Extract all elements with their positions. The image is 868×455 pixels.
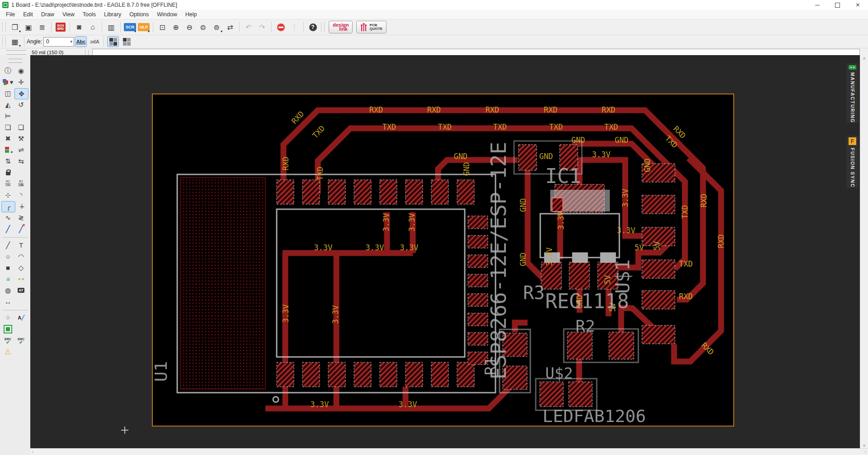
text-tool[interactable]: T (14, 240, 28, 250)
maximize-button[interactable] (827, 0, 848, 10)
rotate-tool[interactable]: ↺ (14, 99, 28, 110)
optimize-tool[interactable]: ↔ (1, 296, 14, 307)
route-airwire-tool[interactable]: ╱ (1, 224, 14, 234)
pcb-quote-button[interactable]: PCBQUOTE (356, 21, 386, 33)
design-link-button[interactable]: designlink (329, 21, 353, 33)
gateswap-tool[interactable]: ⇆ (14, 156, 28, 166)
scroll-right-arrow[interactable]: › (863, 449, 868, 455)
display-mode-2-toggle[interactable] (121, 36, 132, 47)
horizontal-scrollbar[interactable]: ‹ › (30, 448, 868, 455)
copy-tool[interactable]: ❏ (1, 122, 14, 132)
group-tool[interactable]: ◫ (1, 88, 14, 99)
menu-tools[interactable]: Tools (79, 10, 100, 19)
paste-tool[interactable]: ❑ (14, 122, 28, 132)
zoom-in-button[interactable]: ⊕ (170, 21, 182, 33)
toolbar-grip[interactable] (2, 22, 6, 32)
miter-tool[interactable]: ◝ (14, 190, 28, 200)
ratsnest-tool[interactable]: ⁘ (1, 313, 14, 323)
angle-select[interactable]: 0▾ (43, 37, 74, 47)
delete-tool[interactable]: ✖ (1, 133, 14, 144)
split-tool[interactable]: ∔ (15, 201, 28, 211)
erc-tool[interactable]: ERC✔ (1, 335, 14, 346)
signal-tool[interactable]: ●─● (14, 274, 28, 284)
sch-brd-toggle[interactable]: SCHBRD (55, 21, 66, 33)
change-tool[interactable]: ⚒ (14, 133, 28, 144)
smash-tool[interactable]: ⊹ (1, 190, 14, 200)
stop-button[interactable] (275, 21, 287, 33)
library-manager-button[interactable]: ▥ (105, 21, 117, 33)
run-ulp-button[interactable]: ULP▾ (138, 21, 150, 33)
name-tool[interactable]: R210k (1, 178, 14, 189)
redo-button[interactable]: ↷ (256, 21, 268, 33)
add-part-tool[interactable] (1, 145, 14, 155)
fabrication-button[interactable]: ⌂ (87, 21, 99, 33)
save-button[interactable]: ▣ (23, 21, 34, 33)
scroll-down-arrow[interactable]: ∨ (860, 442, 868, 449)
length-tune-tool[interactable]: ≷ (14, 212, 28, 223)
params-grip[interactable] (2, 37, 6, 47)
board-preview-button[interactable]: ◙ (73, 21, 85, 33)
meander-tool[interactable]: ∿ (1, 212, 14, 223)
change-icon: ⚒ (18, 135, 24, 143)
text-normal-toggle[interactable]: Abc (75, 36, 87, 47)
undo-button[interactable]: ↶ (243, 21, 255, 33)
polygon-tool[interactable]: ◇ (14, 263, 28, 273)
attribute-tool[interactable]: AT (14, 285, 28, 296)
rect-tool[interactable]: ■ (1, 263, 14, 273)
menu-edit[interactable]: Edit (19, 10, 37, 19)
grid-button[interactable]: ▦▾ (9, 36, 21, 47)
circle-tool[interactable]: ○ (1, 251, 14, 262)
design-rules-tool[interactable] (1, 324, 14, 334)
info-tool[interactable]: ⓘ (1, 66, 14, 76)
zoom-out-button[interactable]: ⊖ (184, 21, 195, 33)
wire-tool[interactable]: ╱ (1, 240, 14, 250)
align-tool[interactable]: ⊨ (1, 111, 14, 121)
scroll-up-arrow[interactable]: ∧ (860, 55, 868, 61)
minimize-button[interactable] (807, 0, 827, 10)
tab-manufacturing[interactable]: MANUFACTURING (846, 63, 859, 123)
zoom-redraw-button[interactable]: ⊚▾ (211, 21, 222, 33)
value-tool[interactable]: R210k (14, 178, 28, 189)
text-mirror-toggle[interactable]: Abc (89, 36, 100, 47)
pinswap-tool[interactable]: ⇅ (1, 156, 14, 166)
route-tool[interactable]: ╭ (1, 201, 15, 212)
open-button[interactable]: ❐▾ (9, 21, 21, 33)
display-layers-tool[interactable]: ▾ (1, 77, 14, 87)
menu-help[interactable]: Help (181, 10, 201, 19)
toolbar-grip-2[interactable] (321, 22, 325, 32)
replace-tool[interactable]: ⇌ (14, 145, 28, 155)
vertical-scrollbar[interactable]: ∧ ∨ (860, 55, 868, 449)
via-tool[interactable]: ≡ (1, 274, 14, 284)
show-tool[interactable]: ◉ (14, 66, 28, 76)
zoom-select-button[interactable]: ⊜ (197, 21, 209, 33)
zoom-fit-button[interactable]: ⊡ (156, 21, 168, 33)
lock-tool[interactable] (1, 167, 14, 178)
menu-library[interactable]: Library (100, 10, 125, 19)
board-canvas[interactable]: RXDRXDRXDRXDRXDTXDTXDTXDTXDTXDRXDTXDRXDT… (30, 55, 860, 449)
autorouter-tool[interactable]: A╱ (14, 313, 28, 323)
swap-windows-button[interactable]: ⇄ (224, 21, 236, 33)
errors-tool[interactable]: ⚠ (1, 347, 14, 357)
ripup-tool[interactable]: ╱ (14, 224, 28, 234)
menu-draw[interactable]: Draw (37, 10, 58, 19)
close-button[interactable]: ✕ (848, 0, 868, 10)
traffic-light-button[interactable]: ⋮ (288, 21, 300, 33)
hole-tool[interactable]: ◍ (1, 285, 14, 296)
tab-fusion-sync[interactable]: F FUSION SYNC (846, 136, 859, 188)
menu-view[interactable]: View (58, 10, 79, 19)
menu-file[interactable]: File (2, 10, 19, 19)
print-button[interactable]: ≣ (36, 21, 48, 33)
drc-tool[interactable]: DRC✔ (14, 335, 28, 346)
help-button[interactable]: ? (307, 21, 319, 33)
menu-window[interactable]: Window (153, 10, 181, 19)
run-script-button[interactable]: SCR▾ (124, 21, 136, 33)
mark-tool[interactable]: ✛ (14, 77, 28, 87)
command-bar-grip[interactable] (6, 50, 26, 55)
scroll-left-arrow[interactable]: ‹ (30, 449, 35, 455)
display-mode-1-toggle[interactable] (107, 36, 119, 47)
menu-options[interactable]: Options (125, 10, 153, 19)
palette-grip[interactable] (9, 59, 22, 63)
move-tool[interactable]: ✥ (14, 88, 28, 99)
mirror-tool[interactable]: ◭ (1, 99, 14, 110)
arc-tool[interactable]: ◠ (14, 251, 28, 262)
